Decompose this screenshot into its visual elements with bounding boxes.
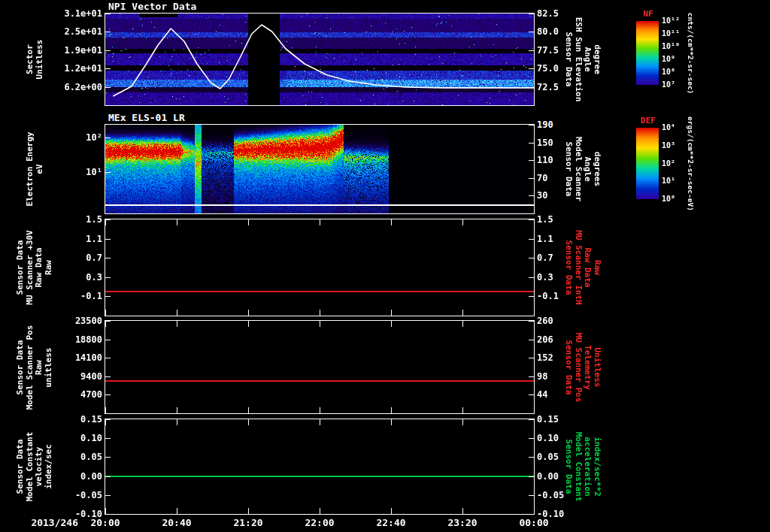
left-axis-label-2-line: Raw Data (35, 230, 44, 304)
y-tickmark (105, 277, 111, 278)
x-tickmark (534, 321, 535, 327)
x-tickmark (534, 310, 535, 316)
y-tick-label-right: 190 (537, 119, 591, 131)
colorbar-tick-label: 10¹ (662, 177, 675, 185)
y-tickmark (529, 277, 534, 278)
y-tickmark (529, 419, 534, 420)
x-tickmark (105, 419, 106, 425)
y-tickmark (529, 50, 534, 51)
plot-frame-4 (105, 419, 535, 515)
data-line-2 (105, 291, 534, 292)
y-tickmark (105, 438, 111, 439)
y-tickmark (105, 258, 111, 258)
y-tick-label-left: 1.9e+01 (42, 44, 102, 56)
x-tickmark (391, 321, 392, 327)
x-tickmark (462, 321, 463, 327)
x-tickmark (320, 407, 320, 413)
right-axis-label-2-line: Sensor Data (564, 230, 574, 304)
y-tickmark (529, 495, 534, 496)
right-axis-label-0-line: ESH Sun Elevation (574, 17, 584, 102)
y-tickmark (105, 376, 111, 377)
y-tickmark (529, 68, 534, 69)
y-tickmark (529, 14, 534, 14)
x-tickmark (248, 321, 249, 327)
x-tick-label: 20:40 (151, 517, 202, 528)
right-axis-label-3-line: Telemetry (583, 332, 593, 402)
y-tickmark (529, 457, 534, 458)
x-tickmark (534, 219, 535, 225)
y-tickmark (529, 376, 534, 377)
y-tickmark (529, 438, 534, 439)
y-tickmark (529, 358, 534, 358)
panel-title-1: MEx ELS-01 LR (108, 112, 185, 123)
y-tickmark (105, 419, 111, 420)
x-tickmark (177, 310, 177, 316)
panel-title-0: NPI Vector Data (108, 1, 196, 12)
y-tickmark (529, 219, 534, 220)
left-axis-label-0: SectorUnitless (26, 40, 44, 80)
x-tickmark (462, 419, 463, 425)
sun-elevation-curve (113, 25, 534, 96)
right-axis-label-0-line: Angle (583, 17, 593, 102)
y-tick-label-left: 3.1e+01 (42, 8, 102, 20)
y-tickmark (105, 514, 111, 515)
y-tickmark (529, 125, 534, 125)
x-tick-label: 22:00 (294, 517, 345, 528)
y-tickmark (105, 321, 111, 322)
y-tickmark (529, 32, 534, 32)
colorbar-tick-label: 10¹² (662, 17, 680, 25)
x-tickmark (391, 219, 392, 225)
left-axis-label-2: Sensor DataMU Scanner +30VRaw DataRaw (16, 230, 53, 304)
overlay-curve-svg (105, 14, 534, 105)
y-tickmark (105, 495, 111, 496)
y-tickmark (529, 87, 534, 88)
y-tickmark (105, 87, 111, 88)
y-tickmark (529, 143, 534, 144)
right-axis-label-1: degreesAngleModel ScannerSensor Data (564, 137, 602, 201)
x-tickmark (320, 508, 320, 514)
x-tickmark (177, 321, 177, 327)
x-tickmark (248, 508, 249, 514)
right-axis-label-1-line: Sensor Data (564, 137, 574, 201)
x-tickmark (391, 407, 392, 413)
y-tickmark (105, 172, 111, 173)
x-tickmark (391, 419, 392, 425)
colorbar-tick-label: 10⁷ (662, 80, 675, 89)
colorbar-tick-label: 10⁰ (662, 195, 675, 203)
y-tickmark (105, 32, 111, 32)
y-tickmark (105, 476, 111, 477)
left-axis-label-3-line: Sensor Data (16, 325, 26, 410)
y-tickmark (105, 394, 111, 395)
y-tickmark (105, 340, 111, 340)
x-tickmark (248, 219, 249, 225)
x-tickmark (320, 321, 320, 327)
x-tickmark (320, 310, 320, 316)
right-axis-label-2-line: Raw (593, 230, 602, 304)
y-tick-label-right: 0.15 (537, 413, 591, 425)
x-tickmark (248, 310, 249, 316)
y-tick-label-left: 1.2e+01 (42, 62, 102, 74)
y-tickmark (529, 394, 534, 395)
left-axis-label-1-line: eV (35, 131, 44, 206)
x-tickmark (462, 310, 463, 316)
colorbar-unit-1: ergs/(cm**2-sr-sec-eV) (686, 116, 696, 211)
x-tickmark (248, 419, 249, 425)
colorbar-DEF (636, 128, 659, 199)
right-axis-label-3-line: MU Scanner Pos (574, 332, 584, 402)
y-tick-label-left: 10² (42, 131, 102, 144)
x-tickmark (462, 508, 463, 514)
y-tickmark (105, 68, 111, 69)
y-tickmark (529, 296, 534, 297)
x-tickmark (391, 508, 392, 514)
right-axis-label-3: UnitlessTelemetryMU Scanner PosSensor Da… (564, 332, 602, 402)
left-axis-label-4: Sensor DataModel Constantvelocityindex/s… (16, 432, 53, 502)
right-axis-label-4-line: index/sec**2 (593, 432, 602, 502)
y-tickmark (105, 14, 111, 14)
left-axis-label-2-line: Raw (44, 230, 54, 304)
x-tick-label: 00:00 (508, 517, 559, 528)
x-axis-date-label: 2013/246 (6, 517, 78, 528)
right-axis-label-0: degreeAngleESH Sun ElevationSensor Data (564, 17, 602, 102)
x-tickmark (320, 219, 320, 225)
y-tick-label-left: 0.15 (42, 413, 102, 425)
colorbar-tick-label: 10⁹ (662, 55, 675, 63)
